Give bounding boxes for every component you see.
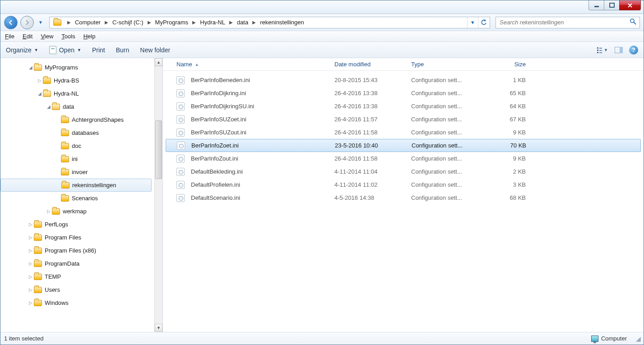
file-row[interactable]: DefaultProfielen.ini4-11-2014 11:02Confi… — [163, 178, 644, 191]
expand-icon[interactable]: ▷ — [28, 222, 34, 227]
file-name: DefaultBekleding.ini — [191, 168, 243, 175]
file-row[interactable]: BerParInfoBeneden.ini20-8-2015 15:43Conf… — [163, 74, 644, 87]
breadcrumb-segment[interactable]: MyPrograms — [153, 17, 191, 28]
file-row[interactable]: BerParInfoSUZoet.ini26-4-2016 11:57Confi… — [163, 113, 644, 126]
breadcrumb-segment[interactable]: C-schijf (C:) — [110, 17, 146, 28]
column-type[interactable]: Type — [408, 61, 489, 68]
tree-item[interactable]: ▷Program Files — [0, 231, 154, 244]
chevron-right-icon[interactable]: ▶ — [103, 20, 110, 25]
tree-item[interactable]: Scenarios — [0, 192, 154, 205]
file-row[interactable]: BerParInfoSUZout.ini26-4-2016 11:58Confi… — [163, 126, 644, 139]
scroll-thumb[interactable] — [155, 120, 162, 179]
collapse-icon[interactable]: ◢ — [28, 65, 34, 70]
tree-item[interactable]: ini — [0, 152, 154, 166]
menu-item[interactable]: View — [41, 33, 53, 40]
column-date[interactable]: Date modified — [331, 61, 408, 68]
file-row[interactable]: BerParInfoDijkring.ini26-4-2016 13:38Con… — [163, 87, 644, 100]
folder-icon — [61, 143, 69, 149]
file-row[interactable]: DefaultBekleding.ini4-11-2014 11:04Confi… — [163, 165, 644, 178]
view-options-button[interactable]: ▼ — [597, 45, 608, 55]
folder-icon — [61, 169, 69, 175]
tree-item[interactable]: invoer — [0, 166, 154, 179]
resize-grip-icon[interactable]: ◢ — [636, 335, 640, 342]
menu-item[interactable]: Edit — [23, 33, 32, 40]
expand-icon[interactable]: ▷ — [28, 274, 34, 279]
file-list[interactable]: BerParInfoBeneden.ini20-8-2015 15:43Conf… — [163, 71, 644, 204]
expand-icon[interactable]: ▷ — [28, 248, 34, 253]
tree-item[interactable]: ◢data — [0, 100, 154, 113]
folder-tree[interactable]: ◢MyPrograms▷Hydra-BS◢Hydra-NL◢dataAchter… — [0, 58, 154, 332]
address-dropdown-icon[interactable]: ▾ — [467, 17, 478, 28]
tree-item[interactable]: ▷Users — [0, 283, 154, 296]
scroll-track[interactable] — [155, 66, 162, 324]
breadcrumb-root[interactable] — [51, 17, 66, 28]
tree-item[interactable]: ▷Program Files (x86) — [0, 244, 154, 257]
expand-icon[interactable]: ▷ — [28, 261, 34, 266]
organize-button[interactable]: Organize ▼ — [6, 46, 38, 54]
svg-rect-4 — [597, 47, 598, 49]
file-type: Configuration sett... — [408, 116, 489, 123]
search-input[interactable] — [499, 18, 630, 26]
tree-item[interactable]: ◢Hydra-NL — [0, 87, 154, 100]
scroll-down-icon[interactable]: ▼ — [155, 324, 162, 332]
breadcrumb-segment[interactable]: Hydra-NL — [197, 17, 228, 28]
chevron-right-icon[interactable]: ▶ — [228, 20, 234, 25]
expand-icon[interactable]: ▷ — [46, 209, 52, 214]
file-row[interactable]: BerParInfoZout.ini26-4-2016 11:58Configu… — [163, 152, 644, 165]
address-bar[interactable]: ▶ Computer▶C-schijf (C:)▶MyPrograms▶Hydr… — [49, 17, 490, 28]
file-type: Configuration sett... — [408, 129, 489, 136]
menu-item[interactable]: Tools — [61, 33, 75, 40]
tree-item[interactable]: ▷werkmap — [0, 205, 154, 218]
menu-item[interactable]: Help — [83, 33, 96, 40]
open-button[interactable]: Open ▼ — [49, 46, 81, 54]
breadcrumb-segment[interactable]: Computer — [72, 17, 103, 28]
tree-item[interactable]: ▷PerfLogs — [0, 218, 154, 231]
tree-item[interactable]: databases — [0, 126, 154, 139]
chevron-right-icon[interactable]: ▶ — [191, 20, 197, 25]
folder-icon — [34, 287, 42, 293]
tree-item[interactable]: ▷ProgramData — [0, 257, 154, 270]
file-row[interactable]: BerParInfoDijkringSU.ini26-4-2016 13:38C… — [163, 100, 644, 113]
column-name[interactable]: Name ▲ — [173, 61, 331, 68]
minimize-button[interactable] — [588, 0, 604, 10]
tree-item[interactable]: ▷TEMP — [0, 270, 154, 283]
recent-dropdown-icon[interactable]: ▼ — [37, 20, 45, 25]
back-button[interactable] — [4, 16, 18, 29]
expand-icon[interactable]: ▷ — [28, 287, 34, 292]
ini-file-icon — [176, 155, 185, 163]
tree-item[interactable]: rekeninstellingen — [0, 179, 152, 192]
close-button[interactable] — [619, 0, 641, 10]
print-button[interactable]: Print — [92, 46, 105, 54]
tree-item[interactable]: ◢MyPrograms — [0, 61, 154, 74]
forward-button[interactable] — [20, 16, 34, 29]
expand-icon[interactable]: ▷ — [37, 78, 43, 83]
collapse-icon[interactable]: ◢ — [37, 91, 43, 96]
tree-scrollbar[interactable]: ▲ ▼ — [154, 58, 162, 332]
search-box[interactable] — [496, 17, 640, 28]
scroll-up-icon[interactable]: ▲ — [155, 58, 162, 66]
tree-item[interactable]: AchtergrondShapes — [0, 113, 154, 126]
menu-item[interactable]: File — [5, 33, 14, 40]
new-folder-button[interactable]: New folder — [140, 46, 170, 54]
preview-pane-button[interactable] — [613, 45, 625, 55]
chevron-right-icon[interactable]: ▶ — [66, 20, 72, 25]
file-row[interactable]: DefaultScenario.ini4-5-2016 14:38Configu… — [163, 191, 644, 204]
tree-item[interactable]: ▷Windows — [0, 296, 154, 309]
search-icon[interactable] — [630, 18, 637, 27]
collapse-icon[interactable]: ◢ — [46, 104, 52, 109]
column-size[interactable]: Size — [489, 61, 529, 68]
chevron-right-icon[interactable]: ▶ — [251, 20, 257, 25]
maximize-button[interactable] — [604, 0, 619, 10]
breadcrumb-segment[interactable]: rekeninstellingen — [257, 17, 307, 28]
burn-button[interactable]: Burn — [116, 46, 130, 54]
expand-icon[interactable]: ▷ — [28, 235, 34, 240]
expand-icon[interactable]: ▷ — [28, 300, 34, 305]
tree-item[interactable]: ▷Hydra-BS — [0, 74, 154, 87]
help-button[interactable]: ? — [629, 46, 638, 55]
refresh-button[interactable] — [478, 17, 489, 28]
tree-item-label: ProgramData — [45, 260, 79, 267]
chevron-right-icon[interactable]: ▶ — [146, 20, 153, 25]
breadcrumb-segment[interactable]: data — [234, 17, 251, 28]
file-row[interactable]: BerParInfoZoet.ini23-5-2016 10:40Configu… — [166, 139, 641, 152]
tree-item[interactable]: doc — [0, 139, 154, 152]
